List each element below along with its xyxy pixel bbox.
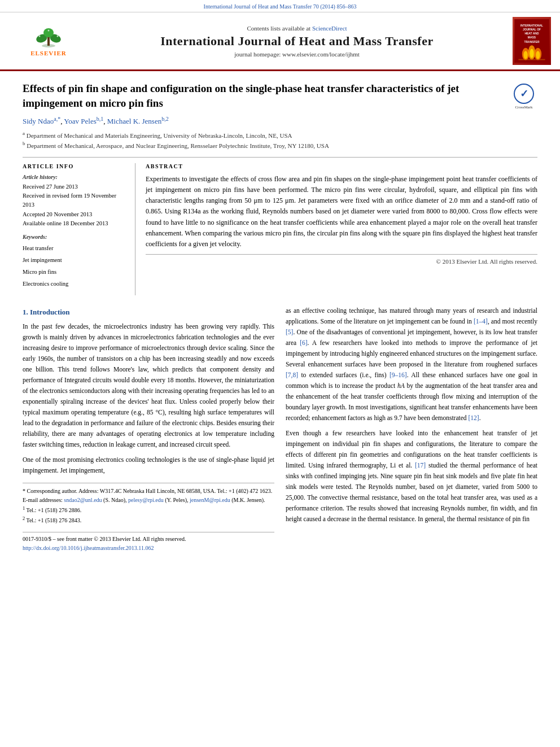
abstract-text: Experiments to investigate the effects o… — [146, 174, 537, 250]
svg-rect-20 — [518, 59, 545, 60]
svg-text:JOURNAL OF: JOURNAL OF — [523, 28, 541, 31]
science-direct-line: Contents lists available at ScienceDirec… — [88, 25, 506, 32]
keywords-list: Heat transfer Jet impingement Micro pin … — [23, 242, 125, 290]
journal-header: ELSEVIER Contents lists available at Sci… — [0, 12, 560, 71]
keyword-3: Micro pin fins — [23, 266, 125, 278]
cover-art: INTERNATIONAL JOURNAL OF HEAT AND MASS T… — [513, 19, 551, 63]
footnote-1: 1 Tel.: +1 (518) 276 2886. — [23, 505, 274, 515]
article-info-panel: ARTICLE INFO Article history: Received 2… — [23, 163, 135, 295]
journal-cover-image: INTERNATIONAL JOURNAL OF HEAT AND MASS T… — [513, 17, 551, 65]
integrated-text: Integrated — [64, 377, 91, 383]
author-3-sup: b,2 — [161, 116, 169, 122]
article-title: Effects of pin fin shape and configurati… — [23, 81, 504, 110]
abstract-title: ABSTRACT — [146, 163, 537, 169]
section-1-right-para-2: Even though a few researchers have looke… — [286, 428, 537, 525]
article-history: Article history: Received 27 June 2013 R… — [23, 174, 125, 228]
elsevier-logo: ELSEVIER — [30, 26, 67, 56]
journal-header-left: ELSEVIER — [9, 26, 88, 56]
svg-text:INTERNATIONAL: INTERNATIONAL — [520, 24, 543, 27]
doi-line: http://dx.doi.org/10.1016/j.ijheatmasstr… — [23, 544, 274, 553]
keyword-4: Electronics cooling — [23, 278, 125, 290]
footnote-2: 2 Tel.: +1 (518) 276 2843. — [23, 515, 274, 525]
keyword-2: Jet impingement — [23, 254, 125, 266]
ref-6[interactable]: [6] — [300, 339, 307, 346]
author-1-sup: a,* — [54, 116, 60, 122]
body-column-right: as an effective cooling technique, has m… — [286, 305, 537, 553]
journal-reference: International Journal of Heat and Mass T… — [0, 0, 560, 12]
ref-1-4[interactable]: [1–4] — [474, 318, 488, 325]
authors-line: Sidy Ndaoa,*, Yoav Pelesb,1, Michael K. … — [23, 116, 537, 126]
ha-product: hA — [397, 382, 405, 389]
svg-point-5 — [38, 35, 40, 37]
article-body: ARTICLE INFO Article history: Received 2… — [23, 157, 537, 295]
issn-line: 0017-9310/$ – see front matter © 2013 El… — [23, 535, 274, 544]
journal-title: International Journal of Heat and Mass T… — [88, 34, 506, 49]
author-2-sup: b,1 — [97, 116, 104, 122]
journal-header-center: Contents lists available at ScienceDirec… — [88, 25, 506, 58]
ref-5[interactable]: [5] — [286, 329, 293, 335]
section-1-heading: 1. Introduction — [23, 308, 274, 317]
accepted-date: Accepted 20 November 2013 — [23, 210, 125, 219]
svg-point-4 — [43, 28, 54, 37]
section-1-para-1: In the past few decades, the microelectr… — [23, 321, 274, 450]
received-date: Received 27 June 2013 — [23, 182, 125, 191]
keywords-label: Keywords: — [23, 234, 125, 240]
footnote-corresponding: * Corresponding author. Address: W317.4C… — [23, 487, 274, 496]
ref-17[interactable]: [17] — [415, 462, 426, 469]
received-revised-date: Received in revised form 19 November 201… — [23, 191, 125, 210]
section-1-right-para-1: as an effective cooling technique, has m… — [286, 305, 537, 423]
author-2[interactable]: Yoav Peles — [64, 117, 97, 126]
svg-point-6 — [56, 35, 58, 37]
crossmark: ✓ CrossMark — [510, 84, 537, 110]
affiliations: a Department of Mechanical and Materials… — [23, 130, 537, 150]
keywords-group: Keywords: Heat transfer Jet impingement … — [23, 234, 125, 290]
article-content: Effects of pin fin shape and configurati… — [0, 71, 560, 563]
affiliation-a: a Department of Mechanical and Materials… — [23, 130, 537, 140]
available-online-date: Available online 18 December 2013 — [23, 219, 125, 228]
svg-point-19 — [536, 51, 540, 59]
history-label: Article history: — [23, 174, 125, 180]
section-1-para-2: One of the most promising electronics co… — [23, 455, 274, 476]
svg-point-7 — [47, 29, 49, 31]
crossmark-label: CrossMark — [515, 105, 532, 110]
crossmark-icon: ✓ — [514, 84, 534, 104]
abstract-panel: ABSTRACT Experiments to investigate the … — [135, 163, 537, 295]
ref-12[interactable]: [12] — [468, 414, 479, 421]
author-3[interactable]: Michael K. Jensen — [107, 117, 161, 126]
svg-point-17 — [524, 51, 528, 59]
doi-link[interactable]: http://dx.doi.org/10.1016/j.ijheatmasstr… — [23, 545, 154, 551]
footnote-email: E-mail addresses: sndao2@unl.edu (S. Nda… — [23, 496, 274, 505]
journal-homepage: journal homepage: www.elsevier.com/locat… — [88, 51, 506, 58]
journal-header-right: INTERNATIONAL JOURNAL OF HEAT AND MASS T… — [506, 17, 551, 65]
ref-9-16[interactable]: [9–16] — [390, 372, 407, 378]
elsevier-tree-icon — [32, 26, 65, 49]
ref-7-8[interactable]: [7,8] — [286, 372, 298, 378]
svg-text:MASS: MASS — [528, 36, 536, 39]
body-column-left: 1. Introduction In the past few decades,… — [23, 305, 274, 553]
article-info-title: ARTICLE INFO — [23, 163, 125, 169]
elsevier-text: ELSEVIER — [30, 50, 67, 56]
journal-ref-text: International Journal of Heat and Mass T… — [204, 3, 357, 10]
article-title-section: Effects of pin fin shape and configurati… — [23, 81, 537, 110]
copyright-line: © 2013 Elsevier Ltd. All rights reserved… — [146, 254, 537, 265]
main-body: 1. Introduction In the past few decades,… — [23, 305, 537, 553]
science-direct-link[interactable]: ScienceDirect — [312, 25, 347, 32]
svg-text:TRANSFER: TRANSFER — [524, 40, 539, 43]
author-1[interactable]: Sidy Ndao — [23, 117, 54, 126]
affiliation-b: b Department of Mechanical, Aerospace, a… — [23, 140, 537, 150]
bottom-bar: 0017-9310/$ – see front matter © 2013 El… — [23, 532, 274, 553]
svg-point-18 — [530, 49, 533, 58]
svg-text:HEAT AND: HEAT AND — [524, 32, 539, 35]
keyword-1: Heat transfer — [23, 242, 125, 254]
footnotes-section: * Corresponding author. Address: W317.4C… — [23, 483, 274, 526]
